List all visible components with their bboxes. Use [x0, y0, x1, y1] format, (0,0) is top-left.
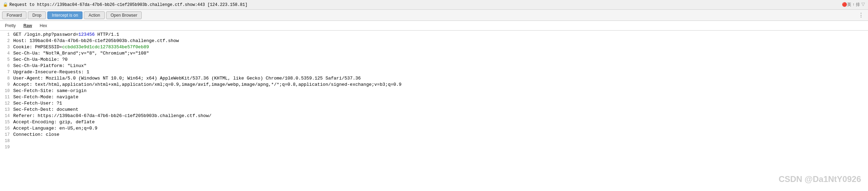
line-content: Referer: https://139bac04-67da-47b6-bb26…	[13, 113, 867, 118]
line-number: 3	[1, 44, 10, 50]
line-content: Sec-Ch-Ua: "Not?A_Brand";v="8", "Chromiu…	[13, 51, 867, 56]
open-browser-button[interactable]: Open Browser	[106, 11, 142, 19]
line-number: 9	[1, 82, 10, 87]
table-row: 16Accept-Language: en-US,en;q=0.9	[0, 126, 868, 132]
line-number: 18	[1, 138, 10, 143]
line-content: Sec-Ch-Ua-Platform: "Linux"	[13, 63, 867, 68]
line-content: Accept: text/html,application/xhtml+xml,…	[13, 82, 867, 87]
line-content: Sec-Fetch-Site: same-origin	[13, 88, 867, 93]
line-content: User-Agent: Mozilla/5.0 (Windows NT 10.0…	[13, 76, 867, 81]
tabs-bar: Pretty Raw Hex	[0, 21, 868, 31]
toolbar: Forward Drop Intercept is on Action Open…	[0, 10, 868, 21]
line-content: Sec-Fetch-Mode: navigate	[13, 94, 867, 100]
table-row: 6Sec-Ch-Ua-Platform: "Linux"	[0, 63, 868, 69]
table-row: 8User-Agent: Mozilla/5.0 (Windows NT 10.…	[0, 76, 868, 82]
line-number: 14	[1, 113, 10, 118]
table-row: 5Sec-Ch-Ua-Mobile: ?0	[0, 57, 868, 63]
line-content: Accept-Encoding: gzip, deflate	[13, 119, 867, 125]
line-content: Host: 139bac04-67da-47b6-bb26-c1ef205b90…	[13, 38, 867, 43]
settings-icon-area: ⋮	[856, 12, 866, 19]
line-content: Sec-Fetch-Dest: document	[13, 107, 867, 112]
line-content: Connection: close	[13, 132, 867, 137]
line-content: Sec-Fetch-User: ?1	[13, 101, 867, 106]
line-number: 13	[1, 107, 10, 112]
line-content: Accept-Language: en-US,en;q=0.9	[13, 126, 867, 131]
line-number: 15	[1, 119, 10, 125]
table-row: 15Accept-Encoding: gzip, deflate	[0, 119, 868, 126]
table-row: 4Sec-Ch-Ua: "Not?A_Brand";v="8", "Chromi…	[0, 51, 868, 57]
drop-button[interactable]: Drop	[28, 11, 46, 19]
table-row: 19	[0, 144, 868, 151]
line-content: Sec-Ch-Ua-Mobile: ?0	[13, 57, 867, 62]
line-number: 10	[1, 88, 10, 93]
line-content: Upgrade-Insecure-Requests: 1	[13, 69, 867, 75]
table-row: 18	[0, 138, 868, 144]
forward-button[interactable]: Forward	[2, 11, 26, 19]
line-number: 7	[1, 69, 10, 75]
intercept-button[interactable]: Intercept is on	[47, 11, 82, 19]
line-content: Cookie: PHPSESSID=ccbdd33e9d1cdc12783354…	[13, 44, 867, 50]
table-row: 17Connection: close	[0, 132, 868, 138]
line-number: 8	[1, 76, 10, 81]
line-number: 11	[1, 94, 10, 100]
right-icons-area: 🔴英 ↑ 排 ▽	[842, 2, 865, 8]
table-row: 7Upgrade-Insecure-Requests: 1	[0, 69, 868, 76]
line-number: 12	[1, 101, 10, 106]
lock-icon: 🔒	[3, 2, 8, 7]
table-row: 10Sec-Fetch-Site: same-origin	[0, 88, 868, 94]
content-area: 1GET /login.php?password=123456 HTTP/1.1…	[0, 31, 868, 191]
settings-icon[interactable]: ⋮	[856, 12, 866, 19]
line-number: 1	[1, 32, 10, 37]
line-number: 19	[1, 144, 10, 150]
tab-raw[interactable]: Raw	[20, 22, 35, 29]
table-row: 9Accept: text/html,application/xhtml+xml…	[0, 82, 868, 88]
watermark: CSDN @Da1NtY0926	[779, 174, 861, 184]
table-row: 12Sec-Fetch-User: ?1	[0, 101, 868, 107]
tab-pretty[interactable]: Pretty	[1, 22, 19, 29]
table-row: 11Sec-Fetch-Mode: navigate	[0, 94, 868, 101]
right-icons: 🔴英 ↑ 排 ▽	[842, 2, 865, 8]
title-bar: 🔒 Request to https://l39bac04-67da-47b6-…	[0, 0, 868, 10]
table-row: 2Host: 139bac04-67da-47b6-bb26-c1ef205b9…	[0, 38, 868, 44]
line-number: 2	[1, 38, 10, 43]
table-row: 13Sec-Fetch-Dest: document	[0, 107, 868, 113]
line-number: 5	[1, 57, 10, 62]
table-row: 14Referer: https://139bac04-67da-47b6-bb…	[0, 113, 868, 119]
table-row: 3Cookie: PHPSESSID=ccbdd33e9d1cdc1278335…	[0, 44, 868, 51]
line-number: 17	[1, 132, 10, 137]
line-number: 16	[1, 126, 10, 131]
line-number: 6	[1, 63, 10, 68]
table-row: 1GET /login.php?password=123456 HTTP/1.1	[0, 32, 868, 38]
line-content: GET /login.php?password=123456 HTTP/1.1	[13, 32, 867, 37]
title-text: Request to https://l39bac04-67da-47b6-bb…	[9, 2, 247, 7]
action-button[interactable]: Action	[84, 11, 104, 19]
tab-hex[interactable]: Hex	[36, 22, 50, 29]
line-number: 4	[1, 51, 10, 56]
